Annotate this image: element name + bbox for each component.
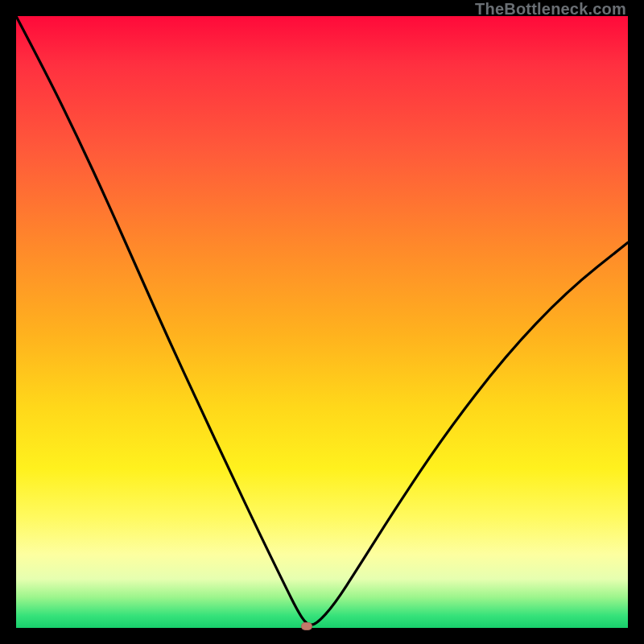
plot-area — [16, 16, 628, 628]
chart-frame: TheBottleneck.com — [0, 0, 644, 644]
bottleneck-curve — [16, 16, 628, 625]
curve-svg — [16, 16, 628, 628]
minimum-marker — [301, 622, 312, 630]
